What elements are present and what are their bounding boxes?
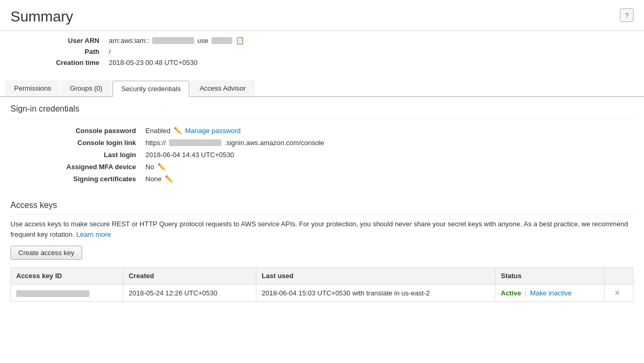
mfa-device-status: No — [145, 163, 154, 171]
console-login-link-value: https:// .signin.aws.amazon.com/console — [145, 139, 324, 147]
sign-in-credentials-title: Sign-in credentials — [10, 97, 634, 118]
tab-access-advisor[interactable]: Access Advisor — [190, 80, 254, 96]
copy-arn-icon[interactable]: 📋 — [235, 36, 244, 45]
mfa-device-edit-icon[interactable]: ✏️ — [157, 163, 166, 171]
tab-groups[interactable]: Groups (0) — [61, 80, 111, 96]
creation-time-value: 2018-05-23 00:48 UTC+0530 — [109, 59, 197, 67]
col-header-last-used: Last used — [256, 268, 495, 284]
cell-created: 2018-05-24 12:26 UTC+0530 — [123, 284, 256, 302]
path-label: Path — [31, 48, 99, 56]
console-login-link-label: Console login link — [42, 139, 136, 147]
user-arn-blurred — [152, 37, 194, 44]
table-body: 2018-05-24 12:26 UTC+0530 2018-06-04 15:… — [11, 284, 634, 302]
signing-certs-edit-icon[interactable]: ✏️ — [165, 175, 173, 183]
cell-status: Active Make inactive — [495, 284, 605, 302]
console-login-link-row: Console login link https:// .signin.aws.… — [42, 139, 634, 147]
path-value: / — [109, 48, 111, 56]
signing-certs-value: None ✏️ — [145, 175, 173, 183]
col-header-access-key-id: Access key ID — [11, 268, 123, 284]
last-login-value: 2018-06-04 14:43 UTC+0530 — [145, 151, 234, 159]
main-content: Sign-in credentials Console password Ena… — [0, 97, 644, 302]
user-arn-label: User ARN — [31, 37, 99, 45]
page-title: Summary — [10, 8, 73, 25]
signing-certs-row: Signing certificates None ✏️ — [42, 175, 634, 183]
col-header-status: Status — [495, 268, 605, 284]
create-access-key-button[interactable]: Create access key — [10, 246, 82, 260]
learn-more-link[interactable]: Learn more — [76, 230, 111, 238]
user-arn-row: User ARN arn:aws:iam:: use 📋 — [31, 36, 644, 45]
path-row: Path / — [31, 48, 644, 56]
tab-security-credentials[interactable]: Security credentials — [112, 81, 189, 97]
console-password-edit-icon[interactable]: ✏️ — [174, 127, 182, 135]
access-keys-info: Use access keys to make secure REST or H… — [10, 219, 634, 239]
tabs-container: Permissions Groups (0) Security credenti… — [0, 80, 644, 97]
console-password-value: Enabled ✏️ Manage password — [145, 127, 241, 135]
console-password-label: Console password — [42, 127, 136, 135]
access-keys-table: Access key ID Created Last used Status 2… — [10, 267, 634, 302]
tab-permissions[interactable]: Permissions — [5, 80, 60, 96]
login-link-prefix: https:// — [145, 139, 166, 147]
login-link-suffix: .signin.aws.amazon.com/console — [224, 139, 324, 147]
col-header-actions — [605, 268, 634, 284]
col-header-created: Created — [123, 268, 256, 284]
delete-key-icon[interactable]: ✕ — [614, 289, 620, 297]
user-arn-value: arn:aws:iam:: use 📋 — [109, 36, 244, 45]
access-key-id-blurred — [16, 290, 89, 297]
cell-access-key-id — [11, 284, 123, 302]
header-area: Summary ? — [0, 0, 644, 30]
make-inactive-link[interactable]: Make inactive — [525, 289, 571, 297]
last-login-label: Last login — [42, 151, 136, 159]
summary-fields: User ARN arn:aws:iam:: use 📋 Path / Crea… — [0, 31, 644, 75]
console-password-row: Console password Enabled ✏️ Manage passw… — [42, 127, 634, 135]
credentials-grid: Console password Enabled ✏️ Manage passw… — [10, 124, 634, 190]
user-arn-blurred2 — [211, 37, 232, 44]
creation-time-row: Creation time 2018-05-23 00:48 UTC+0530 — [31, 59, 644, 67]
mfa-device-value: No ✏️ — [145, 163, 166, 171]
mfa-device-label: Assigned MFA device — [42, 163, 136, 171]
signing-certs-label: Signing certificates — [42, 175, 136, 183]
last-login-row: Last login 2018-06-04 14:43 UTC+0530 — [42, 151, 634, 159]
table-row: 2018-05-24 12:26 UTC+0530 2018-06-04 15:… — [11, 284, 634, 302]
status-active-badge: Active — [501, 289, 521, 297]
user-arn-suffix: use — [197, 37, 208, 45]
cell-last-used: 2018-06-04 15:03 UTC+0530 with translate… — [256, 284, 495, 302]
table-header-row: Access key ID Created Last used Status — [11, 268, 634, 284]
cell-delete: ✕ — [605, 284, 634, 302]
manage-password-link[interactable]: Manage password — [185, 127, 241, 135]
help-button[interactable]: ? — [620, 8, 634, 22]
access-keys-title: Access keys — [10, 195, 634, 215]
mfa-device-row: Assigned MFA device No ✏️ — [42, 163, 634, 171]
creation-time-label: Creation time — [31, 59, 99, 67]
login-link-blurred — [169, 139, 221, 146]
signing-certs-status: None — [145, 175, 162, 183]
console-password-status: Enabled — [145, 127, 171, 135]
status-actions: Active Make inactive — [501, 289, 599, 297]
access-keys-section: Access keys Use access keys to make secu… — [10, 195, 634, 302]
user-arn-text: arn:aws:iam:: — [109, 37, 149, 45]
page-container: Summary ? User ARN arn:aws:iam:: use 📋 P… — [0, 0, 644, 363]
table-header: Access key ID Created Last used Status — [11, 268, 634, 284]
